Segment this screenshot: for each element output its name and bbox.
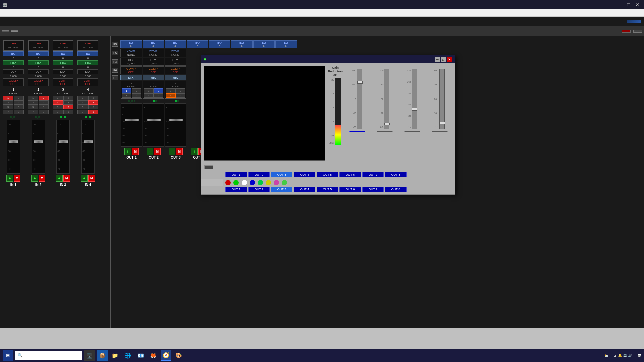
eq-3[interactable]: EQ xyxy=(53,51,73,56)
menu-function[interactable] xyxy=(17,12,23,14)
view-out1[interactable]: OUT 1 xyxy=(225,172,247,177)
menu-device[interactable] xyxy=(12,12,17,14)
dly-1[interactable]: DLY xyxy=(3,69,24,74)
menu-help[interactable] xyxy=(34,12,39,14)
add-btn-in3[interactable]: + xyxy=(56,175,63,182)
outsel-2-6[interactable]: 6 xyxy=(39,105,49,109)
xovr-out1[interactable]: XOVRNONE xyxy=(120,49,142,57)
release-thumb[interactable] xyxy=(412,108,417,111)
fader-knob-out2[interactable] xyxy=(147,119,161,121)
outsel-1-3[interactable]: 3 xyxy=(3,100,13,105)
outsel-1-6[interactable]: 6 xyxy=(14,105,24,109)
control-out2[interactable]: OUT 2 xyxy=(248,187,270,192)
add-btn-out2[interactable]: + xyxy=(147,148,153,155)
dialog-maximize-button[interactable]: □ xyxy=(441,57,446,62)
eq-out8[interactable]: EQ0 xyxy=(275,40,297,48)
add-btn-in4[interactable]: + xyxy=(81,175,88,182)
color-dot-3[interactable] xyxy=(241,180,247,185)
dly-out1[interactable]: DLY0,000 xyxy=(120,58,142,66)
dialog-close-button[interactable]: ✕ xyxy=(447,57,452,62)
insel-out1-2[interactable]: 2 xyxy=(132,88,142,93)
color-dot-2[interactable] xyxy=(233,180,239,185)
comp-2[interactable]: COMPOFF xyxy=(28,78,49,86)
threshold-value-input[interactable] xyxy=(349,131,365,132)
eq-out3[interactable]: EQ0 xyxy=(165,40,186,48)
comp-out1[interactable]: COMPOFF xyxy=(120,66,142,74)
m-btn-out2[interactable]: M xyxy=(154,148,161,155)
taskbar-icon-nav[interactable]: 🧭 xyxy=(161,350,171,361)
f7-mix-btn[interactable]: F7 xyxy=(112,75,118,80)
view-out2[interactable]: OUT 2 xyxy=(248,172,270,177)
taskbar-icon-edge[interactable]: 📦 xyxy=(97,350,108,361)
outsel-1-7[interactable]: 7 xyxy=(3,110,13,114)
fader-knob-out3[interactable] xyxy=(169,119,183,121)
mictrim-2[interactable]: OFF MICTRIM xyxy=(28,40,49,51)
fader-knob-in1[interactable] xyxy=(9,140,18,143)
dly-out3[interactable]: DLY0,000 xyxy=(165,58,186,66)
mix-out2[interactable]: MIX xyxy=(143,75,164,80)
eq-2[interactable]: EQ xyxy=(28,51,49,56)
add-btn-in1[interactable]: + xyxy=(6,175,13,182)
taskbar-icon-store[interactable]: 🌐 xyxy=(122,350,133,361)
output-groups-button[interactable] xyxy=(633,30,642,33)
fader-knob-in2[interactable] xyxy=(34,140,43,143)
dly-out2[interactable]: DLY0,000 xyxy=(143,58,164,66)
menu-file[interactable] xyxy=(1,12,7,14)
m-btn-out1[interactable]: M xyxy=(132,148,139,155)
taskbar-icon-folder[interactable]: 📁 xyxy=(110,350,120,361)
m-btn-out3[interactable]: M xyxy=(176,148,183,155)
outsel-2-8[interactable]: 8 xyxy=(39,110,49,114)
outsel-1-1[interactable]: 1 xyxy=(3,96,13,100)
matrix-button[interactable] xyxy=(2,30,9,32)
xovr-out3[interactable]: XOVRNONE xyxy=(165,49,186,57)
fader-knob-in4[interactable] xyxy=(84,140,93,143)
outsel-2-4[interactable]: 4 xyxy=(39,100,49,105)
fader-knob-in3[interactable] xyxy=(59,140,68,143)
close-button[interactable]: ✕ xyxy=(633,2,641,7)
eq-out4[interactable]: EQ0 xyxy=(187,40,208,48)
view-out6[interactable]: OUT 6 xyxy=(339,172,361,177)
mix-out1[interactable]: MIX xyxy=(120,75,142,80)
maximize-button[interactable]: □ xyxy=(625,2,632,7)
add-btn-out4[interactable]: + xyxy=(191,148,198,155)
taskbar-icon-firefox[interactable]: 🦊 xyxy=(148,350,159,361)
insel-out1-4[interactable]: 4 xyxy=(132,93,142,98)
minimize-button[interactable]: ─ xyxy=(616,2,624,7)
comp-out3[interactable]: COMPOFF xyxy=(165,66,186,74)
view-out7[interactable]: OUT 7 xyxy=(362,172,384,177)
color-dot-4[interactable] xyxy=(250,180,255,185)
threshold-slider[interactable] xyxy=(357,69,362,129)
m-btn-in3[interactable]: M xyxy=(63,175,70,182)
eq-out2[interactable]: EQ0 xyxy=(143,40,164,48)
m-btn-in1[interactable]: M xyxy=(14,175,20,182)
comp-4[interactable]: COMPOFF xyxy=(77,78,98,86)
xovr-out2[interactable]: XOVRNONE xyxy=(143,49,164,57)
control-out4[interactable]: OUT 4 xyxy=(294,187,315,192)
eq-out6[interactable]: EQ0 xyxy=(231,40,253,48)
control-out8[interactable]: OUT 8 xyxy=(385,187,407,192)
outsel-2-5[interactable]: 5 xyxy=(28,105,38,109)
outsel-2-2[interactable]: 2 xyxy=(39,96,49,100)
comp-3[interactable]: COMPOFF xyxy=(53,78,73,86)
view-out5[interactable]: OUT 5 xyxy=(317,172,338,177)
add-btn-in2[interactable]: + xyxy=(31,175,38,182)
comp-1[interactable]: COMPOFF xyxy=(3,78,24,86)
attack-thumb[interactable] xyxy=(384,123,390,125)
dly-2[interactable]: DLY xyxy=(28,69,49,74)
menu-connection[interactable] xyxy=(28,12,34,14)
attack-slider[interactable] xyxy=(384,69,389,129)
m-btn-in2[interactable]: M xyxy=(39,175,45,182)
taskbar-icon-paint[interactable]: 🎨 xyxy=(173,350,184,361)
eq-1[interactable]: EQ xyxy=(3,51,24,56)
mictrim-4[interactable]: OFF MICTRIM xyxy=(77,40,98,51)
insel-out1-3[interactable]: 3 xyxy=(122,93,131,98)
f3-dly-btn[interactable]: F3 xyxy=(112,59,118,64)
ratio-thumb[interactable] xyxy=(440,122,445,124)
eq-out5[interactable]: EQ0 xyxy=(209,40,230,48)
fbx-4[interactable]: FBX xyxy=(77,60,98,65)
comp-out2[interactable]: COMPOFF xyxy=(143,66,164,74)
notification-icon[interactable]: 💬 xyxy=(637,354,641,357)
outsel-1-5[interactable]: 5 xyxy=(3,105,13,109)
outsel-1-2[interactable]: 2 xyxy=(14,96,24,100)
view-out3[interactable]: OUT 3 xyxy=(271,172,292,177)
